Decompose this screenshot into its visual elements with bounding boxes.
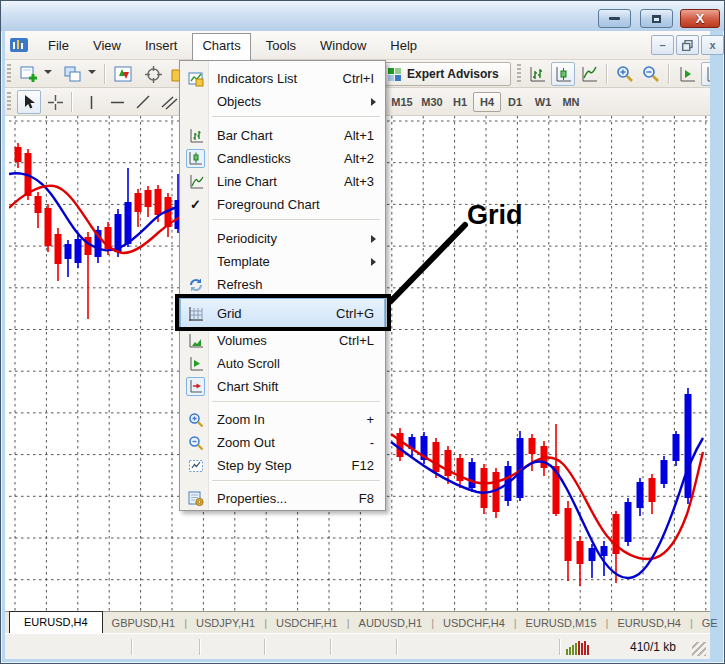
volumes-icon — [181, 333, 210, 349]
child-close-button[interactable]: x — [701, 35, 724, 55]
expert-advisors-label: Expert Advisors — [407, 67, 499, 81]
cursor-tool-button[interactable] — [17, 90, 41, 114]
menu-item-step-by-step[interactable]: Step by Step F12 — [181, 454, 384, 477]
minimize-icon — [609, 17, 620, 20]
menu-charts[interactable]: Charts — [192, 33, 250, 61]
checkmark-icon: ✓ — [190, 197, 201, 212]
menu-insert[interactable]: Insert — [136, 34, 187, 57]
menu-separator — [212, 116, 380, 117]
trendline-tool-button[interactable] — [131, 90, 155, 114]
chart-tab[interactable]: AUDUSD,H1 — [350, 617, 432, 629]
menu-window[interactable]: Window — [311, 34, 375, 57]
menu-item-chart-shift[interactable]: Chart Shift — [181, 375, 384, 398]
bar-chart-icon — [181, 128, 210, 144]
zoom-in-icon — [616, 65, 634, 83]
menu-view[interactable]: View — [84, 34, 130, 57]
callout-label: Grid — [467, 200, 523, 231]
menu-item-zoom-in[interactable]: Zoom In + — [181, 408, 384, 431]
zoom-in-icon — [181, 412, 210, 428]
chart-tab[interactable]: EURUSD,M15 — [517, 617, 606, 629]
zoom-out-button[interactable] — [639, 62, 663, 86]
timeframe-mn[interactable]: MN — [557, 92, 585, 112]
menu-item-indicators-list[interactable]: Indicators List Ctrl+I — [181, 67, 384, 90]
menu-item-line-chart[interactable]: Line Chart Alt+3 — [181, 170, 384, 193]
menu-item-candlesticks[interactable]: Candlesticks Alt+2 — [181, 147, 384, 170]
close-icon: X — [696, 12, 705, 25]
menu-help[interactable]: Help — [381, 34, 426, 57]
child-minimize-button[interactable]: – — [651, 35, 674, 55]
bar-chart-button[interactable] — [525, 62, 549, 86]
zoom-out-icon — [181, 435, 210, 451]
chart-tab[interactable]: USDCHF,H4 — [434, 617, 514, 629]
child-restore-button[interactable] — [676, 35, 699, 55]
zoom-out-icon — [642, 65, 660, 83]
crosshair-button[interactable] — [141, 62, 165, 86]
timeframe-w1[interactable]: W1 — [529, 92, 557, 112]
menu-item-refresh[interactable]: Refresh — [181, 273, 384, 296]
expert-advisors-icon — [387, 67, 402, 82]
menu-separator — [212, 401, 380, 402]
menu-item-properties[interactable]: Properties... F8 — [181, 487, 384, 510]
menu-item-template[interactable]: Template — [181, 250, 384, 273]
new-order-button[interactable] — [111, 62, 135, 86]
menu-separator — [212, 219, 380, 220]
profiles-icon — [64, 66, 82, 83]
toolbar-grip[interactable] — [7, 64, 11, 84]
chart-tab[interactable]: USDCHF,H1 — [267, 617, 347, 629]
auto-scroll-button[interactable] — [675, 62, 699, 86]
menu-item-periodicity[interactable]: Periodicity — [181, 227, 384, 250]
menu-item-bar-chart[interactable]: Bar Chart Alt+1 — [181, 124, 384, 147]
expert-advisors-button[interactable]: Expert Advisors — [381, 62, 511, 86]
window-minimize-button[interactable] — [598, 9, 631, 28]
resize-grip[interactable] — [692, 642, 706, 656]
chart-tab[interactable]: GBPUSD,H1 — [103, 617, 185, 629]
new-chart-button[interactable] — [17, 62, 41, 86]
menu-item-auto-scroll[interactable]: Auto Scroll — [181, 352, 384, 375]
chart-tab[interactable]: EURUSD,H4 — [608, 617, 690, 629]
profiles-dropdown-caret[interactable] — [88, 70, 96, 74]
vertical-line-tool-button[interactable] — [79, 90, 103, 114]
crosshair-icon — [144, 65, 163, 84]
timeframe-h4[interactable]: H4 — [473, 92, 501, 112]
line-chart-button[interactable] — [577, 62, 601, 86]
submenu-arrow-icon — [371, 258, 376, 266]
timeframe-m15[interactable]: M15 — [387, 92, 417, 112]
timeframe-d1[interactable]: D1 — [501, 92, 529, 112]
crosshair-tool-button[interactable] — [43, 90, 67, 114]
crosshair-tool-icon — [47, 94, 64, 111]
menu-item-volumes[interactable]: Volumes Ctrl+L — [181, 329, 384, 352]
properties-icon — [181, 491, 210, 507]
candlestick-chart-button[interactable] — [551, 62, 575, 86]
toolbar-grip[interactable] — [517, 64, 521, 84]
maximize-icon — [652, 15, 661, 23]
menu-separator — [212, 480, 380, 481]
menu-tools[interactable]: Tools — [257, 34, 305, 57]
profiles-button[interactable] — [61, 62, 85, 86]
candlesticks-icon — [186, 149, 205, 168]
new-chart-dropdown-caret[interactable] — [44, 70, 52, 74]
menu-item-foreground-chart[interactable]: ✓ Foreground Chart — [181, 193, 384, 216]
toolbar-separator — [606, 64, 607, 84]
window-maximize-button[interactable] — [640, 9, 673, 28]
zoom-in-button[interactable] — [613, 62, 637, 86]
timeframe-h1[interactable]: H1 — [447, 92, 473, 112]
menu-bar: File View Insert Charts Tools Window Hel… — [5, 31, 710, 60]
chart-tab[interactable]: USDJPY,H1 — [187, 617, 264, 629]
toolbar-separator — [668, 64, 669, 84]
menu-item-objects[interactable]: Objects — [181, 90, 384, 113]
chart-tab-active[interactable]: EURUSD,H4 — [9, 611, 103, 633]
line-chart-icon — [181, 174, 210, 190]
menu-file[interactable]: File — [39, 34, 78, 57]
step-by-step-icon — [181, 458, 210, 474]
cursor-icon — [22, 94, 37, 111]
chart-shift-button[interactable] — [701, 62, 710, 86]
window-close-button[interactable]: X — [680, 9, 720, 28]
horizontal-line-tool-button[interactable] — [105, 90, 129, 114]
menu-item-zoom-out[interactable]: Zoom Out - — [181, 431, 384, 454]
submenu-arrow-icon — [371, 98, 376, 106]
chart-tab-overflow[interactable]: GE — [693, 617, 725, 629]
channel-tool-button[interactable] — [157, 90, 181, 114]
timeframe-m30[interactable]: M30 — [417, 92, 447, 112]
toolbar-separator — [104, 64, 105, 84]
toolbar-grip[interactable] — [7, 92, 11, 112]
